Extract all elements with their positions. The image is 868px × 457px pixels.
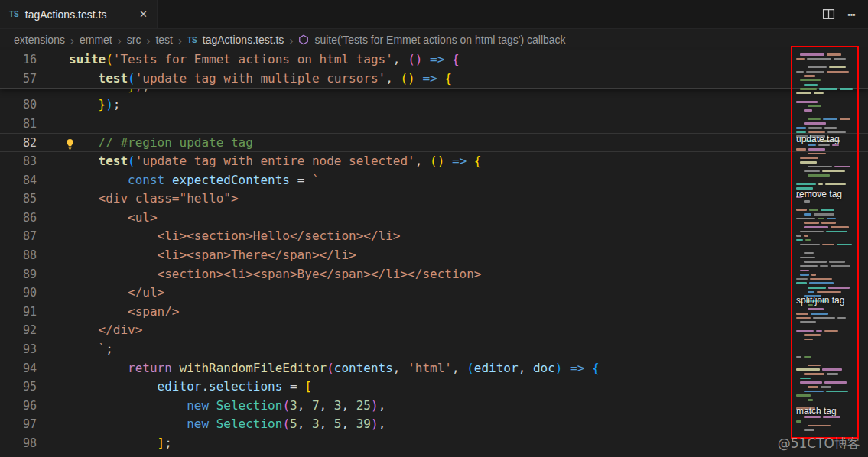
- code-text: <span/>: [69, 303, 180, 322]
- code-line-90[interactable]: 90 </ul>: [0, 284, 868, 303]
- code-line-89[interactable]: 89 <section><li><span>Bye</span></li></s…: [0, 265, 868, 284]
- code-text: `;: [69, 340, 113, 359]
- minimap-region-label: match tag: [796, 406, 837, 416]
- code-text: });: [69, 96, 120, 115]
- line-number[interactable]: 80: [0, 96, 37, 115]
- breadcrumb-separator: ›: [118, 34, 122, 47]
- breadcrumb-item-src[interactable]: src: [127, 34, 141, 46]
- code-line-98[interactable]: 98 ];: [0, 434, 868, 453]
- code-text: return withRandomFileEditor(contents, 'h…: [69, 359, 600, 378]
- lightbulb-icon[interactable]: [64, 137, 76, 149]
- line-number[interactable]: [0, 89, 37, 96]
- line-number[interactable]: 16: [0, 50, 37, 70]
- tab-bar: TS tagActions.test.ts ✕ ⋯: [0, 0, 868, 29]
- breadcrumb: extensions › emmet › src › test › TS tag…: [0, 29, 868, 50]
- code-text: new Selection(3, 7, 3, 25),: [69, 397, 385, 416]
- code-text: <li><span>There</span></li>: [69, 246, 356, 265]
- partial-line: });: [0, 89, 868, 96]
- code-text: <ul>: [69, 209, 158, 228]
- breadcrumb-separator: ›: [146, 34, 150, 47]
- code-line-84[interactable]: 84 const expectedContents = `: [0, 171, 868, 190]
- line-number[interactable]: 82: [0, 134, 37, 151]
- code-line-83[interactable]: 83 test('update tag with entire node sel…: [0, 152, 868, 171]
- code-line-16[interactable]: 16suite('Tests for Emmet actions on html…: [0, 50, 868, 70]
- code-text: test('update tag with entire node select…: [69, 152, 481, 171]
- code-line-82[interactable]: 82 // #region update tag: [0, 133, 868, 152]
- breadcrumb-item-file[interactable]: tagActions.test.ts: [203, 34, 284, 46]
- line-number[interactable]: 84: [0, 171, 37, 190]
- line-number[interactable]: 92: [0, 321, 37, 340]
- typescript-icon: TS: [187, 36, 197, 44]
- code-text: <li><section>Hello</section></li>: [69, 227, 400, 246]
- code-text: new Selection(5, 3, 5, 39),: [69, 415, 385, 434]
- code-line-57[interactable]: 57 test('update tag with multiple cursor…: [0, 70, 868, 89]
- code-line-96[interactable]: 96 new Selection(3, 7, 3, 25),: [0, 397, 868, 416]
- minimap-region-label: update tag: [796, 134, 840, 144]
- code-text: </ul>: [69, 284, 164, 303]
- code-line-92[interactable]: 92 </div>: [0, 321, 868, 340]
- code-text: test('update tag with multiple cursors',…: [69, 70, 452, 89]
- split-editor-icon[interactable]: [822, 8, 835, 21]
- code-text: <div class="hello">: [69, 190, 239, 209]
- line-number[interactable]: 83: [0, 152, 37, 171]
- minimap-region-label: remove tag: [796, 189, 842, 199]
- breadcrumb-separator: ›: [70, 34, 74, 47]
- code-line-93[interactable]: 93 `;: [0, 340, 868, 359]
- breadcrumb-item-test[interactable]: test: [155, 34, 173, 46]
- tab-label: tagActions.test.ts: [25, 8, 107, 21]
- line-number[interactable]: 87: [0, 227, 37, 246]
- code-line-80[interactable]: 80 });: [0, 96, 868, 115]
- line-number[interactable]: 85: [0, 190, 37, 209]
- editor-actions: ⋯: [822, 0, 868, 28]
- code-rows: 80 });8182 // #region update tag83 test(…: [0, 96, 868, 452]
- line-number[interactable]: 94: [0, 359, 37, 378]
- code-line-87[interactable]: 87 <li><section>Hello</section></li>: [0, 227, 868, 246]
- line-number[interactable]: 95: [0, 378, 37, 397]
- breadcrumb-item-symbol[interactable]: suite('Tests for Emmet actions on html t…: [314, 34, 565, 46]
- line-number[interactable]: 97: [0, 415, 37, 434]
- code-line-85[interactable]: 85 <div class="hello">: [0, 190, 868, 209]
- code-line-86[interactable]: 86 <ul>: [0, 209, 868, 228]
- typescript-icon: TS: [9, 10, 19, 18]
- code-line-88[interactable]: 88 <li><span>There</span></li>: [0, 246, 868, 265]
- editor[interactable]: 16suite('Tests for Emmet actions on html…: [0, 50, 868, 457]
- code-line-partial[interactable]: });: [0, 89, 868, 96]
- line-number[interactable]: 88: [0, 246, 37, 265]
- editor-tab[interactable]: TS tagActions.test.ts ✕: [0, 0, 158, 28]
- line-number[interactable]: 98: [0, 434, 37, 453]
- minimap[interactable]: update tagremove tagsplit/join tagmatch …: [794, 50, 858, 437]
- more-actions-icon[interactable]: ⋯: [847, 8, 856, 21]
- breadcrumb-separator: ›: [178, 34, 182, 47]
- breadcrumb-separator: ›: [289, 34, 293, 47]
- line-number[interactable]: 86: [0, 209, 37, 228]
- code-line-91[interactable]: 91 <span/>: [0, 303, 868, 322]
- code-text: editor.selections = [: [69, 378, 312, 397]
- code-line-95[interactable]: 95 editor.selections = [: [0, 378, 868, 397]
- code-text: <section><li><span>Bye</span></li></sect…: [69, 265, 481, 284]
- minimap-region-label: split/join tag: [796, 295, 844, 306]
- line-number[interactable]: 91: [0, 303, 37, 322]
- breadcrumb-item-extensions[interactable]: extensions: [14, 34, 65, 46]
- minimap-bars: [794, 50, 858, 437]
- code-text: // #region update tag: [69, 134, 253, 151]
- code-text: suite('Tests for Emmet actions on html t…: [69, 50, 460, 70]
- code-line-97[interactable]: 97 new Selection(5, 3, 5, 39),: [0, 415, 868, 434]
- breadcrumb-item-emmet[interactable]: emmet: [80, 34, 112, 46]
- line-number[interactable]: 96: [0, 397, 37, 416]
- line-number[interactable]: 81: [0, 115, 37, 134]
- line-number[interactable]: 93: [0, 340, 37, 359]
- code-text: ];: [69, 434, 172, 453]
- code-text: });: [69, 89, 150, 96]
- line-number[interactable]: 90: [0, 284, 37, 303]
- close-tab-icon[interactable]: ✕: [139, 8, 148, 20]
- watermark: @51CTO博客: [778, 435, 860, 452]
- line-number[interactable]: 89: [0, 265, 37, 284]
- line-number[interactable]: 57: [0, 70, 37, 89]
- symbol-method-icon: [298, 34, 309, 45]
- code-text: </div>: [69, 321, 142, 340]
- code-text: const expectedContents = `: [69, 171, 320, 190]
- code-line-94[interactable]: 94 return withRandomFileEditor(contents,…: [0, 359, 868, 378]
- sticky-scroll[interactable]: 16suite('Tests for Emmet actions on html…: [0, 50, 868, 89]
- code-line-81[interactable]: 81: [0, 115, 868, 134]
